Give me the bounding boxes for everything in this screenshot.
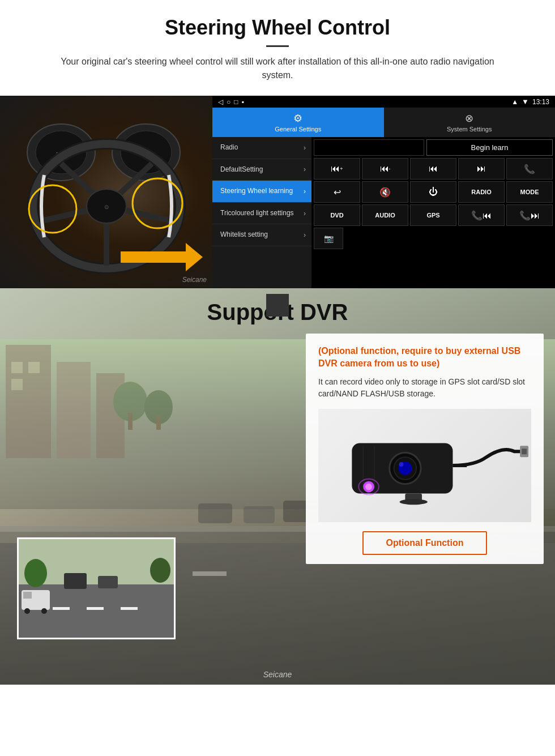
chevron-right-icon-radio: › — [304, 144, 306, 152]
back-call-btn[interactable]: ↩ — [314, 181, 360, 203]
nav-home-icon: ○ — [227, 98, 230, 106]
steering-container: RPM KM/H — [0, 96, 555, 288]
dvd-btn[interactable]: DVD — [314, 204, 360, 226]
svg-point-44 — [150, 558, 170, 583]
steering-section: Steering Wheel Control Your original car… — [0, 0, 555, 288]
svg-point-62 — [399, 499, 427, 505]
power-btn[interactable]: ⏻ — [410, 181, 456, 203]
radio-btn[interactable]: RADIO — [458, 181, 505, 203]
next-btn[interactable]: ⏭ — [458, 158, 505, 180]
menu-steering-label: Steering Wheel learning — [220, 187, 293, 196]
chevron-right-icon-default: › — [304, 165, 306, 173]
menu-tricoloured-label: Tricoloured light settings — [220, 209, 294, 218]
seicane-sw-watermark: Seicane — [182, 276, 207, 284]
dvr-divider — [266, 294, 289, 317]
svg-text:⊙: ⊙ — [104, 204, 109, 210]
menu-item-steering[interactable]: Steering Wheel learning › — [212, 181, 311, 203]
tab-system-settings[interactable]: ⊗ System Settings — [384, 108, 556, 137]
android-statusbar: ◁ ○ □ ▪ ▲ ▼ 13:13 — [212, 96, 555, 108]
svg-rect-41 — [64, 573, 87, 589]
optional-function-button[interactable]: Optional Function — [362, 531, 488, 555]
vol-up-btn[interactable]: ⏮+ — [314, 158, 360, 180]
begin-learn-row: Begin learn — [314, 139, 553, 156]
menu-radio-label: Radio — [220, 143, 238, 152]
svg-rect-46 — [23, 592, 32, 599]
prev-btn[interactable]: ⏮ — [410, 158, 456, 180]
nav-recent-icon: □ — [234, 98, 238, 106]
control-grid-row3: DVD AUDIO GPS 📞⏮ 📞⏭ — [314, 204, 553, 226]
phone-prev-btn[interactable]: 📞⏮ — [458, 204, 505, 226]
android-body: Radio › DefaultSetting › Steering Wheel … — [212, 137, 555, 288]
gps-btn[interactable]: GPS — [410, 204, 456, 226]
dvr-camera-illustration — [318, 409, 531, 522]
menu-whitelist-label: Whitelist setting — [220, 230, 268, 240]
gear-icon: ⚙ — [293, 112, 302, 125]
svg-rect-50 — [522, 449, 527, 454]
chevron-right-icon-tricoloured: › — [304, 210, 306, 217]
menu-list: Radio › DefaultSetting › Steering Wheel … — [212, 137, 311, 288]
svg-rect-34 — [244, 506, 275, 523]
blank-cell — [314, 139, 424, 156]
menu-item-default[interactable]: DefaultSetting › — [212, 159, 311, 181]
controls-panel: Begin learn ⏮+ ⏮- ⏮ ⏭ 📞 ↩ 🔇 ⏻ — [311, 137, 555, 288]
menu-default-label: DefaultSetting — [220, 165, 263, 174]
steering-wheel-image: RPM KM/H — [0, 96, 212, 288]
dvr-camera-preview — [17, 537, 176, 639]
phone-btn[interactable]: 📞 — [506, 158, 553, 180]
mute-btn[interactable]: 🔇 — [362, 181, 408, 203]
svg-rect-21 — [11, 379, 23, 390]
wifi-status-icon: ▼ — [522, 97, 529, 106]
seicane-watermark-dvr: Seicane — [263, 670, 292, 679]
svg-rect-38 — [53, 607, 70, 610]
svg-point-59 — [365, 483, 372, 490]
section1-divider — [266, 45, 289, 47]
dvr-section-header: Support DVR — [0, 288, 555, 336]
nav-extra-icon: ▪ — [242, 98, 244, 106]
android-tabs: ⚙ General Settings ⊗ System Settings — [212, 108, 555, 137]
svg-rect-42 — [98, 576, 118, 588]
dvr-preview-scene — [19, 539, 176, 639]
section1-header: Steering Wheel Control Your original car… — [0, 0, 555, 88]
svg-rect-25 — [128, 413, 133, 430]
svg-rect-20 — [28, 362, 40, 373]
dvr-preview-inner — [19, 539, 174, 638]
svg-rect-22 — [57, 362, 91, 458]
dvr-card-text: It can record video only to storage in G… — [318, 376, 531, 400]
svg-point-48 — [41, 608, 47, 614]
dvr-section: Support DVR — [0, 288, 555, 685]
camera-icon-btn[interactable]: 📷 — [314, 228, 343, 249]
svg-rect-40 — [121, 607, 138, 610]
begin-learn-button[interactable]: Begin learn — [426, 139, 553, 156]
tab-general-settings[interactable]: ⚙ General Settings — [212, 108, 384, 137]
phone-next-btn[interactable]: 📞⏭ — [506, 204, 553, 226]
svg-point-57 — [399, 462, 403, 467]
svg-rect-32 — [193, 571, 227, 576]
steering-wheel-svg: RPM KM/H — [10, 107, 203, 277]
dvr-info-card: (Optional function, require to buy exter… — [306, 334, 544, 564]
vol-down-btn[interactable]: ⏮- — [362, 158, 408, 180]
chevron-right-icon-whitelist: › — [304, 231, 306, 239]
menu-item-radio[interactable]: Radio › — [212, 137, 311, 159]
control-grid-row2: ↩ 🔇 ⏻ RADIO MODE — [314, 181, 553, 203]
system-icon: ⊗ — [465, 112, 473, 125]
section1-description: Your original car's steering wheel contr… — [45, 55, 510, 82]
section1-title: Steering Wheel Control — [23, 16, 532, 40]
menu-item-tricoloured[interactable]: Tricoloured light settings › — [212, 203, 311, 225]
menu-item-whitelist[interactable]: Whitelist setting › — [212, 224, 311, 246]
svg-rect-33 — [198, 503, 232, 523]
dvr-background: Support DVR — [0, 288, 555, 685]
mode-btn[interactable]: MODE — [506, 181, 553, 203]
svg-rect-27 — [156, 416, 161, 430]
status-time: 13:13 — [532, 98, 549, 106]
audio-btn[interactable]: AUDIO — [362, 204, 408, 226]
chevron-right-icon-steering: › — [304, 187, 306, 195]
control-grid-row1: ⏮+ ⏮- ⏮ ⏭ 📞 — [314, 158, 553, 180]
android-panel: ◁ ○ □ ▪ ▲ ▼ 13:13 ⚙ General Settings ⊗ S… — [212, 96, 555, 288]
dvr-camera-svg — [318, 412, 531, 519]
signal-icon: ▲ — [511, 98, 518, 106]
svg-point-43 — [24, 559, 47, 587]
tab-system-label: System Settings — [447, 126, 492, 133]
svg-rect-19 — [11, 362, 23, 373]
tab-general-label: General Settings — [275, 126, 321, 133]
bottom-icon-row: 📷 — [314, 228, 553, 249]
